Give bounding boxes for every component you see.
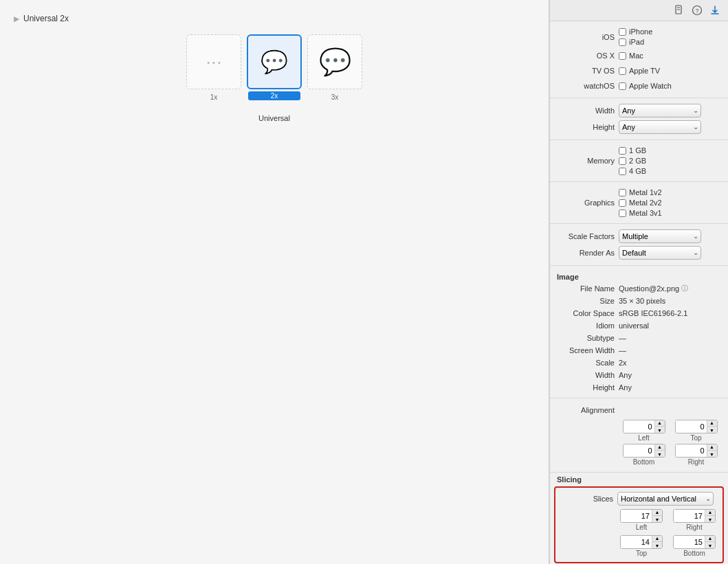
title-bar: ▶ Universal 2x xyxy=(14,14,535,23)
ios-checkboxes: iPhone iPad xyxy=(619,27,652,47)
scale-factors-select[interactable]: Multiple xyxy=(619,229,701,243)
slice-bottom-up[interactable]: ▲ xyxy=(705,535,715,542)
alignment-right-up[interactable]: ▲ xyxy=(707,444,717,451)
img-height-label: Height xyxy=(557,383,619,392)
alignment-section: Alignment ▲ ▼ Left ▲ ▼ xyxy=(550,398,728,473)
height-label: Height xyxy=(557,123,619,131)
asset-cell-3x[interactable]: 💬 3x xyxy=(307,34,362,89)
mem-1gb-row: 1 GB xyxy=(619,146,646,155)
slice-bottom-arrows: ▲ ▼ xyxy=(705,535,715,549)
slice-bottom-down[interactable]: ▼ xyxy=(705,542,715,549)
alignment-grid: ▲ ▼ Left ▲ ▼ Top xyxy=(550,418,728,468)
metal1-row: Metal 1v2 xyxy=(619,188,662,197)
applewatch-label: Apple Watch xyxy=(629,82,672,90)
alignment-bottom-up[interactable]: ▲ xyxy=(655,444,665,451)
screenwidth-value: — xyxy=(619,346,626,354)
asset-grid: ··· 1x 💬 2x 💬 3x Universal xyxy=(186,34,362,122)
metal3-checkbox[interactable] xyxy=(619,210,626,217)
right-panel: ? iOS iPhone iPad xyxy=(549,0,728,564)
slicing-tb-grid: ▲ ▼ Top ▲ ▼ Bottom xyxy=(555,533,723,559)
width-select[interactable]: Any xyxy=(619,104,701,117)
alignment-bottom-cell: ▲ ▼ Bottom xyxy=(619,444,669,466)
alignment-top-cell: ▲ ▼ Top xyxy=(671,420,721,442)
download-icon[interactable] xyxy=(709,4,721,16)
slice-right-down[interactable]: ▼ xyxy=(705,516,715,523)
alignment-left-input: ▲ ▼ xyxy=(623,420,665,433)
render-as-select[interactable]: Default xyxy=(619,246,701,260)
mem-2gb-checkbox[interactable] xyxy=(619,157,626,165)
alignment-left-arrows: ▲ ▼ xyxy=(654,420,665,433)
metal2-checkbox[interactable] xyxy=(619,199,626,207)
alignment-left-label: Left xyxy=(638,434,650,442)
alignment-right-field[interactable] xyxy=(676,444,707,457)
slices-label: Slices xyxy=(560,495,617,503)
mem-1gb-label: 1 GB xyxy=(629,146,646,155)
slices-select[interactable]: Horizontal and Vertical xyxy=(617,492,714,506)
alignment-right-cell: ▲ ▼ Right xyxy=(671,444,721,466)
ipad-checkbox[interactable] xyxy=(619,38,626,46)
image-section: Image File Name Question@2x.png ⓘ Size 3… xyxy=(550,266,728,398)
img-height-value: Any xyxy=(619,383,632,392)
alignment-right-label: Right xyxy=(688,458,704,466)
mem-4gb-label: 4 GB xyxy=(629,167,646,175)
alignment-top-field[interactable] xyxy=(676,420,707,433)
slicing-header: Slicing xyxy=(550,473,728,485)
slice-left-up[interactable]: ▲ xyxy=(652,509,662,516)
mem-2gb-row: 2 GB xyxy=(619,156,646,166)
scale-factors-label: Scale Factors xyxy=(557,232,619,240)
mem-4gb-row: 4 GB xyxy=(619,166,646,176)
metal1-checkbox[interactable] xyxy=(619,189,626,196)
ios-label: iOS xyxy=(557,33,619,41)
mem-1gb-checkbox[interactable] xyxy=(619,147,626,155)
scale-label-3x: 3x xyxy=(308,93,362,101)
mac-row: Mac xyxy=(619,51,643,60)
slice-top-down[interactable]: ▼ xyxy=(652,542,662,549)
width-row: Width Any xyxy=(550,102,728,119)
alignment-top-label: Top xyxy=(690,434,701,442)
alignment-bottom-down[interactable]: ▼ xyxy=(655,451,665,458)
help-icon[interactable]: ? xyxy=(691,4,703,16)
slice-right-field[interactable] xyxy=(674,510,705,522)
slice-top-field[interactable] xyxy=(621,536,652,548)
asset-name: Universal xyxy=(258,114,290,122)
document-icon[interactable] xyxy=(673,4,685,16)
colorspace-value: sRGB IEC61966-2.1 xyxy=(619,309,687,317)
iphone-checkbox[interactable] xyxy=(619,28,626,36)
height-select-wrapper: Any xyxy=(619,120,701,134)
alignment-top-up[interactable]: ▲ xyxy=(707,420,717,427)
dimensions-section: Width Any Height Any xyxy=(550,98,728,140)
applewatch-checkbox[interactable] xyxy=(619,82,626,90)
iphone-row: iPhone xyxy=(619,27,652,36)
slice-top-up[interactable]: ▲ xyxy=(652,535,662,542)
alignment-left-up[interactable]: ▲ xyxy=(655,420,665,427)
subtype-value: — xyxy=(619,334,626,342)
appletv-label: Apple TV xyxy=(629,67,660,75)
appletv-checkbox[interactable] xyxy=(619,67,626,75)
height-select[interactable]: Any xyxy=(619,120,701,134)
info-icon: ⓘ xyxy=(681,284,688,293)
alignment-top-down[interactable]: ▼ xyxy=(707,427,717,433)
memory-label: Memory xyxy=(557,157,619,165)
scale-label: Scale xyxy=(557,359,619,367)
asset-cell-2x[interactable]: 💬 2x xyxy=(247,34,302,89)
slice-left-down[interactable]: ▼ xyxy=(652,516,662,523)
slice-right-label: Right xyxy=(686,523,702,531)
alignment-right-down[interactable]: ▼ xyxy=(707,451,717,458)
slice-right-up[interactable]: ▲ xyxy=(705,509,715,516)
idiom-label: Idiom xyxy=(557,322,619,330)
ipad-row: iPad xyxy=(619,37,652,47)
slice-left-input: ▲ ▼ xyxy=(620,509,663,523)
asset-cell-1x[interactable]: ··· 1x xyxy=(186,34,241,89)
mac-label: Mac xyxy=(629,52,643,60)
mem-4gb-checkbox[interactable] xyxy=(619,168,626,175)
slice-bottom-field[interactable] xyxy=(674,536,705,548)
memory-row: Memory 1 GB 2 GB 4 GB xyxy=(550,144,728,177)
applewatch-row: Apple Watch xyxy=(619,81,672,91)
slice-left-field[interactable] xyxy=(621,510,652,522)
alignment-left-field[interactable] xyxy=(624,420,654,433)
tvos-label: TV OS xyxy=(557,67,619,75)
alignment-bottom-field[interactable] xyxy=(624,444,654,457)
alignment-left-down[interactable]: ▼ xyxy=(655,427,665,433)
mac-checkbox[interactable] xyxy=(619,52,626,60)
slicing-section-outer: Slicing Slices Horizontal and Vertical xyxy=(550,473,728,564)
